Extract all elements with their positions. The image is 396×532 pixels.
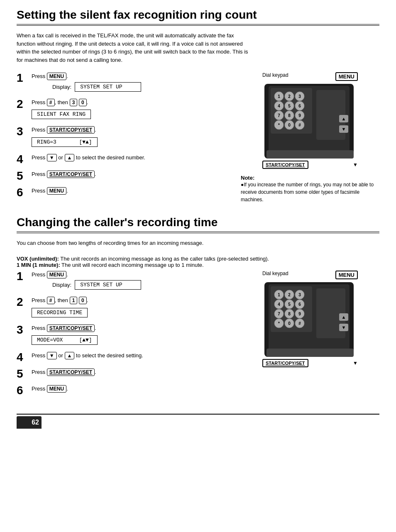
svg-text:1: 1 (278, 293, 280, 297)
svg-text:1: 1 (278, 94, 280, 99)
s2-step-2: 2 Press #, then 1 0. RECORDING TIME (17, 296, 232, 319)
hash-key-s1[interactable]: # (47, 99, 55, 106)
svg-text:8: 8 (288, 312, 291, 316)
vox-lines: VOX (unlimited): The unit records an inc… (17, 256, 379, 268)
svg-text:0: 0 (288, 123, 291, 127)
svg-text:▼: ▼ (342, 127, 346, 132)
key3-s1[interactable]: 3 (70, 99, 78, 106)
display-system-setup-s1: SYSTEM SET UP (75, 82, 141, 92)
menu-btn-label-s2: MENU (335, 271, 358, 279)
note-s1: Note: ●If you increase the number of rin… (241, 175, 379, 203)
svg-text:#: # (298, 123, 301, 127)
svg-rect-65 (266, 349, 354, 357)
svg-text:0: 0 (288, 321, 291, 326)
s2-step-5: 5 Press START/COPY/SET. (17, 368, 232, 380)
section1-diagram: Dial keypad MENU 1 2 3 (241, 72, 379, 203)
section2-content: 1 Press MENU. Display: SYSTEM SET UP 2 P… (17, 271, 379, 402)
section2-intro: You can choose from two lengths of recor… (17, 239, 249, 247)
section1-steps: 1 Press MENU. Display: SYSTEM SET UP 2 P… (17, 72, 232, 203)
display-recording-time: RECORDING TIME (32, 308, 88, 317)
display-system-setup-s2: SYSTEM SET UP (75, 280, 141, 290)
svg-text:*: * (278, 123, 280, 127)
up-arrow-s2-4[interactable]: ▲ (65, 352, 75, 359)
fax-diagram-svg-s2: 1 2 3 4 5 6 7 8 9 (262, 280, 358, 363)
section2-title: Changing the caller's recording time (17, 216, 379, 233)
display-mode-vox: MODE=VOX [▲▼] (32, 335, 98, 345)
svg-text:2: 2 (288, 94, 291, 99)
svg-text:*: * (278, 321, 280, 326)
menu-key-s2-1[interactable]: MENU (47, 271, 66, 278)
s2-step-1: 1 Press MENU. Display: SYSTEM SET UP (17, 271, 232, 292)
svg-text:6: 6 (298, 104, 301, 108)
section1-title: Setting the silent fax recognition ring … (17, 8, 379, 26)
svg-rect-32 (266, 150, 354, 159)
svg-text:#: # (298, 321, 301, 326)
step-2: 2 Press #, then 3 0. SILENT FAX RING (17, 98, 232, 121)
svg-text:6: 6 (298, 302, 301, 307)
key1-s2[interactable]: 1 (70, 297, 78, 304)
svg-text:3: 3 (298, 293, 301, 297)
section1-content: 1 Press MENU. Display: SYSTEM SET UP 2 P… (17, 72, 379, 203)
step-6: 6 Press MENU. (17, 187, 232, 198)
down-arrow-s2-4[interactable]: ▼ (47, 352, 57, 359)
section2-diagram: Dial keypad MENU 1 2 3 4 5 (241, 271, 379, 402)
display-ring3: RING=3 [▼▲] (32, 137, 98, 147)
page-footer: 62 (17, 414, 379, 429)
s2-step-3: 3 Press START/COPY/SET. MODE=VOX [▲▼] (17, 324, 232, 347)
step-4: 4 Press ▼ or ▲ to select the desired num… (17, 154, 232, 165)
display-silent-fax: SILENT FAX RING (32, 110, 91, 119)
start-copy-set-s2-5[interactable]: START/COPY/SET (47, 368, 95, 376)
dial-keypad-label-s1: Dial keypad (262, 72, 288, 78)
page-number: 62 (17, 416, 42, 429)
start-copy-set-s2-3[interactable]: START/COPY/SET (47, 325, 95, 332)
start-copy-set-s1-3[interactable]: START/COPY/SET (47, 126, 95, 134)
start-copy-set-s1-5[interactable]: START/COPY/SET (47, 171, 95, 178)
svg-text:7: 7 (278, 312, 280, 316)
step-3: 3 Press START/COPY/SET. RING=3 [▼▲] (17, 126, 232, 149)
s2-step-4: 4 Press ▼ or ▲ to select the desired set… (17, 351, 232, 363)
menu-key-s1-6[interactable]: MENU (47, 187, 66, 195)
section2: Changing the caller's recording time You… (17, 216, 379, 401)
step-5: 5 Press START/COPY/SET. (17, 170, 232, 182)
menu-key-s2-6[interactable]: MENU (47, 385, 66, 393)
menu-key-s1-1[interactable]: MENU (47, 73, 66, 80)
dial-keypad-label-s2: Dial keypad (262, 271, 288, 276)
svg-text:▲: ▲ (342, 116, 346, 121)
down-arrow-s1-4[interactable]: ▼ (47, 154, 57, 161)
section1-intro: When a fax call is received in the TEL/F… (17, 32, 249, 64)
key0-s2[interactable]: 0 (79, 297, 87, 304)
fax-diagram-svg-s1: 1 2 3 4 5 6 7 8 (262, 82, 358, 165)
svg-text:8: 8 (288, 113, 291, 118)
svg-text:7: 7 (278, 113, 280, 118)
svg-text:5: 5 (288, 104, 291, 108)
svg-text:2: 2 (288, 293, 291, 297)
svg-text:4: 4 (278, 302, 280, 307)
svg-text:5: 5 (288, 302, 291, 307)
svg-text:▲: ▲ (342, 315, 346, 320)
fax-machine-s1: 1 2 3 4 5 6 7 8 (262, 82, 358, 165)
svg-text:9: 9 (298, 113, 301, 118)
svg-text:4: 4 (278, 104, 280, 108)
section1: Setting the silent fax recognition ring … (17, 8, 379, 203)
up-arrow-s1-4[interactable]: ▲ (65, 154, 75, 161)
s2-step-6: 6 Press MENU. (17, 385, 232, 396)
menu-btn-label-s1: MENU (335, 72, 358, 81)
fax-machine-s2: 1 2 3 4 5 6 7 8 9 (262, 280, 358, 363)
svg-text:9: 9 (298, 312, 301, 316)
step-1: 1 Press MENU. Display: SYSTEM SET UP (17, 72, 232, 93)
svg-text:▼: ▼ (342, 325, 346, 330)
svg-text:3: 3 (298, 94, 301, 99)
key0-s1[interactable]: 0 (79, 99, 87, 106)
section2-steps: 1 Press MENU. Display: SYSTEM SET UP 2 P… (17, 271, 232, 402)
hash-key-s2[interactable]: # (47, 297, 55, 304)
